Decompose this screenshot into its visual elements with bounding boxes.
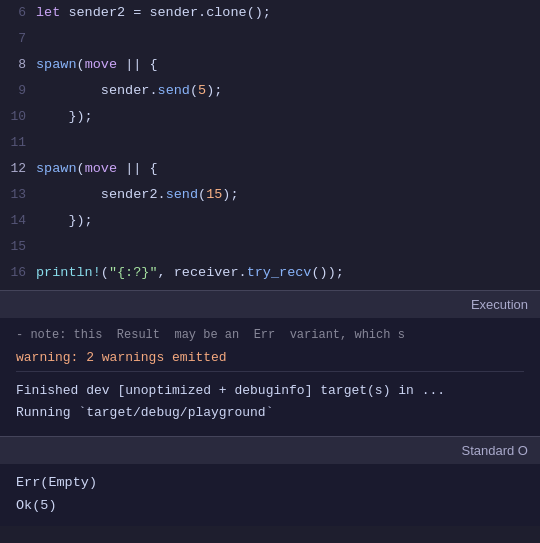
std-output-line: Ok(5) (16, 495, 524, 518)
line-content: sender2.send(15); (36, 182, 239, 208)
std-output-lines: Err(Empty)Ok(5) (16, 472, 524, 518)
code-line: 12spawn(move || { (0, 156, 540, 182)
line-content: spawn(move || { (36, 156, 158, 182)
code-lines: 6let sender2 = sender.clone();78spawn(mo… (0, 0, 540, 290)
code-line: 14 }); (0, 208, 540, 234)
code-line: 7 (0, 26, 540, 52)
line-content: }); (36, 104, 93, 130)
line-content: spawn(move || { (36, 52, 158, 78)
code-line: 17println!("{:?}", receiver.try_recv()); (0, 286, 540, 290)
line-content: }); (36, 208, 93, 234)
line-content: let sender2 = sender.clone(); (36, 0, 271, 26)
warning-text: warning: 2 warnings emitted (16, 350, 524, 365)
line-number: 16 (0, 260, 36, 286)
execution-output: - note: this Result may be an Err varian… (0, 318, 540, 436)
line-number: 8 (0, 52, 36, 78)
code-line: 6let sender2 = sender.clone(); (0, 0, 540, 26)
code-line: 13 sender2.send(15); (0, 182, 540, 208)
std-output-title: Standard O (462, 443, 529, 458)
execution-header: Execution (0, 290, 540, 318)
line-number: 13 (0, 182, 36, 208)
line-number: 9 (0, 78, 36, 104)
line-content: println!("{:?}", receiver.try_recv()); (36, 260, 344, 286)
line-number: 14 (0, 208, 36, 234)
execution-title: Execution (471, 297, 528, 312)
code-line: 11 (0, 130, 540, 156)
output-note: - note: this Result may be an Err varian… (16, 326, 524, 344)
std-output-line: Err(Empty) (16, 472, 524, 495)
line-number: 17 (0, 286, 36, 290)
finished-line1: Finished dev [unoptimized + debuginfo] t… (16, 376, 524, 428)
line-number: 7 (0, 26, 36, 52)
code-editor: 6let sender2 = sender.clone();78spawn(mo… (0, 0, 540, 290)
line-content: println!("{:?}", receiver.try_recv()); (36, 286, 344, 290)
line-content: sender.send(5); (36, 78, 222, 104)
std-output-header: Standard O (0, 436, 540, 464)
line-number: 12 (0, 156, 36, 182)
line-number: 6 (0, 0, 36, 26)
code-line: 10 }); (0, 104, 540, 130)
line-number: 11 (0, 130, 36, 156)
code-line: 9 sender.send(5); (0, 78, 540, 104)
code-line: 8spawn(move || { (0, 52, 540, 78)
code-line: 15 (0, 234, 540, 260)
line-number: 15 (0, 234, 36, 260)
divider (16, 371, 524, 372)
code-line: 16println!("{:?}", receiver.try_recv()); (0, 260, 540, 286)
line-number: 10 (0, 104, 36, 130)
std-output-area: Err(Empty)Ok(5) (0, 464, 540, 526)
